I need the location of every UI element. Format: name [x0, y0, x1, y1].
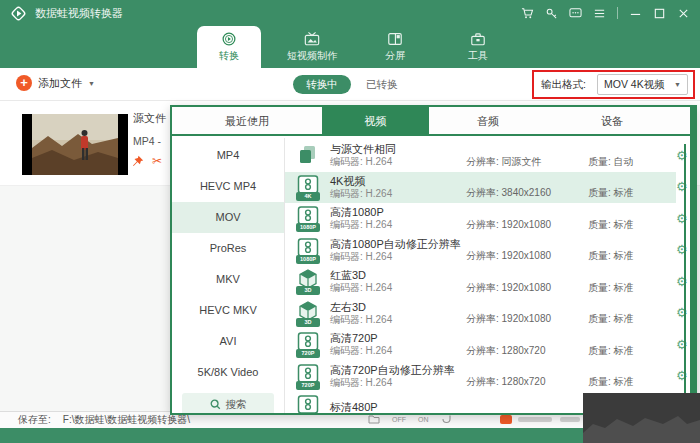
- format-resolution: 分辨率: 1280x720: [466, 344, 588, 361]
- save-path[interactable]: F:\数据蛙\数据蛙视频转换器\: [63, 413, 190, 427]
- maximize-icon[interactable]: [653, 7, 666, 20]
- app-title: 数据蛙视频转换器: [35, 6, 123, 21]
- dark-overlay-artifact: [583, 393, 700, 443]
- short-video-icon: [303, 31, 321, 47]
- pin-icon[interactable]: [132, 155, 144, 167]
- format-quality: 质量: 标准: [588, 312, 676, 329]
- sidebar-item-hevc-mkv[interactable]: HEVC MKV: [172, 295, 284, 326]
- format-resolution: 分辨率: 1920x1080: [466, 218, 588, 235]
- tab-short-video-label: 短视频制作: [287, 49, 337, 63]
- tab-video[interactable]: 视频: [322, 107, 429, 136]
- format-quality: 质量: 标准: [588, 375, 676, 392]
- format-quality: 质量: 标准: [588, 186, 676, 203]
- title-bar: 数据蛙视频转换器: [0, 0, 700, 26]
- sidebar-item-5k8k[interactable]: 5K/8K Video: [172, 357, 284, 388]
- format-encoder: 编码器: H.264: [330, 156, 466, 168]
- tab-convert[interactable]: 转换: [197, 26, 261, 68]
- panel-right-border: [690, 107, 695, 413]
- format-resolution: 分辨率: 3840x2160: [466, 186, 588, 203]
- format-name: 高清720P: [330, 332, 466, 345]
- video-thumbnail: [22, 114, 128, 175]
- same-as-source-icon: [295, 142, 321, 169]
- format-resolution: 分辨率: 1920x1080: [466, 281, 588, 298]
- format-name: 标清480P: [330, 401, 466, 413]
- sidebar-item-prores[interactable]: ProRes: [172, 233, 284, 264]
- toolbox-icon: [469, 31, 487, 47]
- format-name: 左右3D: [330, 301, 466, 314]
- sidebar-item-mp4[interactable]: MP4: [172, 140, 284, 171]
- output-format-label: 输出格式:: [541, 78, 586, 92]
- format-encoder: 编码器: H.264: [330, 282, 466, 294]
- chevron-down-icon: ▼: [674, 81, 681, 88]
- converting-tab[interactable]: 转换中: [293, 75, 351, 94]
- scissors-icon[interactable]: ✂: [152, 154, 162, 168]
- format-row-anaglyph-3d[interactable]: 3D 红蓝3D编码器: H.264 分辨率: 1920x1080 质量: 标准 …: [285, 266, 676, 298]
- save-to-label: 保存至:: [18, 413, 51, 427]
- output-format-value: MOV 4K视频: [604, 78, 674, 92]
- truncated-text-fragment: [560, 417, 580, 422]
- format-row-sbs-3d[interactable]: 3D 左右3D编码器: H.264 分辨率: 1920x1080 质量: 标准 …: [285, 298, 676, 330]
- format-encoder: 编码器: H.264: [330, 251, 466, 263]
- tab-short-video[interactable]: 短视频制作: [280, 26, 344, 68]
- key-icon[interactable]: [545, 7, 558, 20]
- format-resolution: 分辨率: 同源文件: [466, 155, 588, 172]
- format-row-1080p-auto[interactable]: 1080P 高清1080P自动修正分辨率编码器: H.264 分辨率: 1920…: [285, 235, 676, 267]
- converted-tab[interactable]: 已转换: [366, 78, 398, 92]
- add-files-button[interactable]: + 添加文件 ▼: [16, 75, 95, 91]
- format-name: 高清1080P自动修正分辨率: [330, 238, 466, 251]
- format-row-720p-auto[interactable]: 720P 高清720P自动修正分辨率编码器: H.264 分辨率: 1280x7…: [285, 361, 676, 393]
- format-encoder: 编码器: H.264: [330, 345, 466, 357]
- sidebar-item-avi[interactable]: AVI: [172, 326, 284, 357]
- format-row-same-as-source[interactable]: 与源文件相同编码器: H.264 分辨率: 同源文件 质量: 自动 ⚙: [285, 140, 676, 172]
- toolbar: + 添加文件 ▼ 转换中 已转换 输出格式: MOV 4K视频 ▼: [0, 68, 700, 101]
- format-quality: 质量: 自动: [588, 155, 676, 172]
- sidebar-item-hevc-mp4[interactable]: HEVC MP4: [172, 171, 284, 202]
- sidebar-item-mkv[interactable]: MKV: [172, 264, 284, 295]
- minimize-icon[interactable]: [629, 7, 642, 20]
- format-name: 高清1080P: [330, 206, 466, 219]
- nav-bar: 转换 短视频制作 分屏 工具: [0, 26, 700, 68]
- format-name: 红蓝3D: [330, 269, 466, 282]
- tab-tools[interactable]: 工具: [446, 26, 510, 68]
- toggle-off-label[interactable]: OFF: [392, 416, 406, 423]
- format-name: 高清720P自动修正分辨率: [330, 364, 466, 377]
- format-quality: 质量: 标准: [588, 218, 676, 235]
- sidebar-item-mov[interactable]: MOV: [172, 202, 284, 233]
- tab-recent[interactable]: 最近使用: [172, 107, 322, 136]
- plus-icon: +: [16, 75, 32, 91]
- feedback-icon[interactable]: [569, 7, 582, 20]
- chevron-down-icon: ▼: [88, 80, 95, 87]
- close-icon[interactable]: [677, 7, 690, 20]
- format-resolution: 分辨率: 1920x1080: [466, 249, 588, 266]
- toggle-on-label[interactable]: ON: [418, 416, 429, 423]
- format-encoder: 编码器: H.264: [330, 314, 466, 326]
- menu-icon[interactable]: [593, 7, 606, 20]
- format-quality: 质量: 标准: [588, 281, 676, 298]
- tab-convert-label: 转换: [219, 49, 239, 63]
- output-format-dropdown[interactable]: MOV 4K视频 ▼: [597, 74, 688, 95]
- tab-audio[interactable]: 音频: [429, 107, 547, 136]
- format-resolution: 分辨率: 1280x720: [466, 375, 588, 392]
- folder-icon[interactable]: [368, 414, 380, 424]
- cart-icon[interactable]: [521, 7, 534, 20]
- split-screen-icon: [386, 31, 404, 47]
- format-row-4k[interactable]: 4K 4K视频编码器: H.264 分辨率: 3840x2160 质量: 标准 …: [285, 172, 676, 204]
- format-row-720p[interactable]: 720P 高清720P编码器: H.264 分辨率: 1280x720 质量: …: [285, 329, 676, 361]
- panel-scrollbar[interactable]: [684, 144, 686, 412]
- format-dropdown-panel: 最近使用 视频 音频 设备 MP4 HEVC MP4 MOV ProRes MK…: [170, 105, 697, 415]
- titlebar-separator: [617, 7, 618, 19]
- format-row-1080p[interactable]: 1080P 高清1080P编码器: H.264 分辨率: 1920x1080 质…: [285, 203, 676, 235]
- format-name: 与源文件相同: [330, 143, 466, 156]
- tab-device[interactable]: 设备: [547, 107, 677, 136]
- format-quality: 质量: 标准: [588, 344, 676, 361]
- hook-icon[interactable]: [441, 414, 452, 424]
- tab-split-screen[interactable]: 分屏: [363, 26, 427, 68]
- convert-all-icon[interactable]: [500, 415, 512, 424]
- source-file-label: 源文件: [133, 111, 166, 126]
- tab-tools-label: 工具: [468, 49, 488, 63]
- search-button[interactable]: 搜索: [182, 393, 274, 413]
- film-icon: [295, 394, 321, 413]
- format-encoder: 编码器: H.264: [330, 219, 466, 231]
- add-files-label: 添加文件: [38, 76, 82, 91]
- format-list: 与源文件相同编码器: H.264 分辨率: 同源文件 质量: 自动 ⚙ 4K 4…: [285, 138, 690, 413]
